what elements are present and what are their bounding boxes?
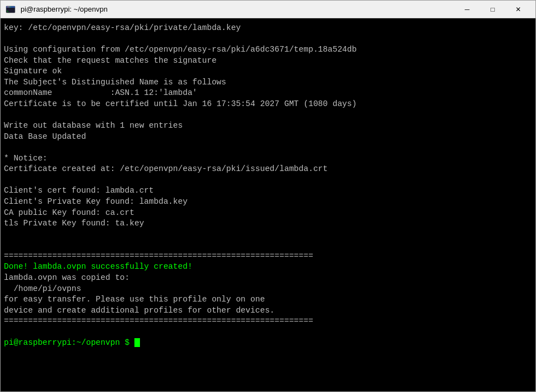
svg-point-4: [10, 6, 11, 7]
svg-text:>_: >_: [7, 9, 11, 13]
prompt-line: pi@raspberrypi:~/openvpn $: [4, 338, 140, 347]
terminal-output: key: /etc/openvpn/easy-rsa/pki/private/l…: [4, 23, 532, 349]
maximize-button[interactable]: □: [480, 1, 505, 18]
titlebar: >_ pi@raspberrypi: ~/openvpn ─ □ ✕: [1, 1, 535, 18]
terminal-window: >_ pi@raspberrypi: ~/openvpn ─ □ ✕ key: …: [0, 0, 536, 392]
window-controls: ─ □ ✕: [454, 1, 531, 18]
terminal-body[interactable]: key: /etc/openvpn/easy-rsa/pki/private/l…: [1, 18, 535, 391]
close-button[interactable]: ✕: [505, 1, 531, 18]
window-title: pi@raspberrypi: ~/openvpn: [21, 5, 454, 13]
svg-point-2: [7, 6, 8, 7]
done-line: Done! lambda.ovpn successfully created!: [4, 262, 192, 271]
svg-point-3: [8, 6, 9, 7]
app-icon: >_: [5, 4, 16, 15]
terminal-cursor: [134, 338, 140, 347]
minimize-button[interactable]: ─: [454, 1, 480, 18]
